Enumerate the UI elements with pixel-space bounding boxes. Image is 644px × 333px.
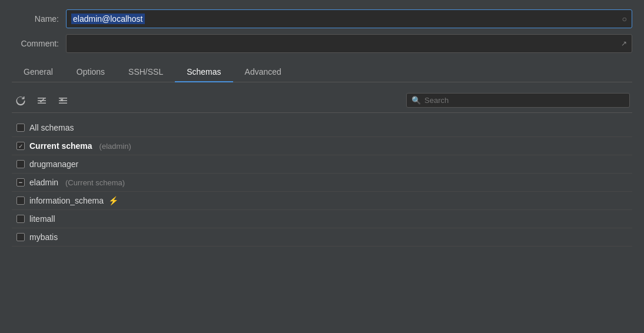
tab-ssh-ssl[interactable]: SSH/SSL (117, 62, 175, 82)
schema-name-drugmanager: drugmanager (29, 159, 78, 169)
tab-general[interactable]: General (12, 62, 65, 82)
main-container: Name: eladmin@localhost ○ Comment: ↗ Gen… (0, 0, 644, 333)
name-clear-icon[interactable]: ○ (622, 14, 627, 24)
tab-schemas[interactable]: Schemas (175, 62, 233, 82)
checkbox-information-schema[interactable] (16, 197, 25, 205)
checkbox-drugmanager[interactable] (16, 160, 25, 168)
svg-rect-0 (38, 98, 46, 99)
list-item[interactable]: mybatis (12, 228, 632, 247)
schema-name-all: All schemas (29, 123, 74, 132)
schema-name-litemall: litemall (29, 214, 55, 224)
comment-field-row: Comment: ↗ (12, 34, 632, 53)
schema-name-information: information_schema (29, 196, 104, 205)
toolbar-row: 🔍 (12, 88, 632, 113)
list-item[interactable]: All schemas (12, 119, 632, 137)
checkbox-eladmin[interactable] (16, 178, 25, 187)
name-field-row: Name: eladmin@localhost ○ (12, 9, 632, 28)
comment-input-wrapper[interactable]: ↗ (66, 34, 632, 53)
refresh-button[interactable] (14, 94, 27, 107)
deselect-all-button[interactable] (57, 94, 69, 107)
comment-input[interactable] (71, 39, 621, 48)
tabs-row: General Options SSH/SSL Schemas Advanced (12, 62, 632, 82)
search-icon: 🔍 (411, 96, 421, 105)
list-item[interactable]: eladmin (Current schema) (12, 174, 632, 192)
schema-comment-eladmin: (Current schema) (65, 178, 125, 187)
svg-rect-3 (59, 98, 67, 99)
list-item[interactable]: information_schema ⚡ (12, 192, 632, 210)
lightning-icon: ⚡ (108, 196, 118, 205)
name-input-wrapper[interactable]: eladmin@localhost ○ (66, 9, 632, 28)
select-all-button[interactable] (35, 94, 48, 107)
schema-comment-current: (eladmin) (99, 142, 131, 151)
expand-icon[interactable]: ↗ (621, 39, 627, 48)
tab-advanced[interactable]: Advanced (233, 62, 293, 82)
schema-name-current: Current schema (29, 141, 92, 151)
list-item[interactable]: drugmanager (12, 155, 632, 174)
schema-name-eladmin: eladmin (29, 178, 58, 187)
list-item[interactable]: litemall (12, 210, 632, 228)
comment-label: Comment: (12, 39, 59, 48)
name-value: eladmin@localhost (71, 14, 145, 24)
checkbox-mybatis[interactable] (16, 233, 25, 241)
search-box[interactable]: 🔍 (406, 93, 630, 108)
checkbox-current-schema[interactable] (16, 142, 25, 150)
svg-rect-5 (59, 102, 67, 104)
name-label: Name: (12, 14, 59, 24)
schema-name-mybatis: mybatis (29, 232, 58, 242)
search-input[interactable] (424, 96, 625, 105)
svg-rect-2 (38, 102, 46, 104)
tab-options[interactable]: Options (65, 62, 117, 82)
schema-list: All schemas Current schema (eladmin) dru… (12, 119, 632, 324)
checkbox-litemall[interactable] (16, 215, 25, 223)
checkbox-all-schemas[interactable] (16, 124, 25, 132)
list-item[interactable]: Current schema (eladmin) (12, 137, 632, 155)
